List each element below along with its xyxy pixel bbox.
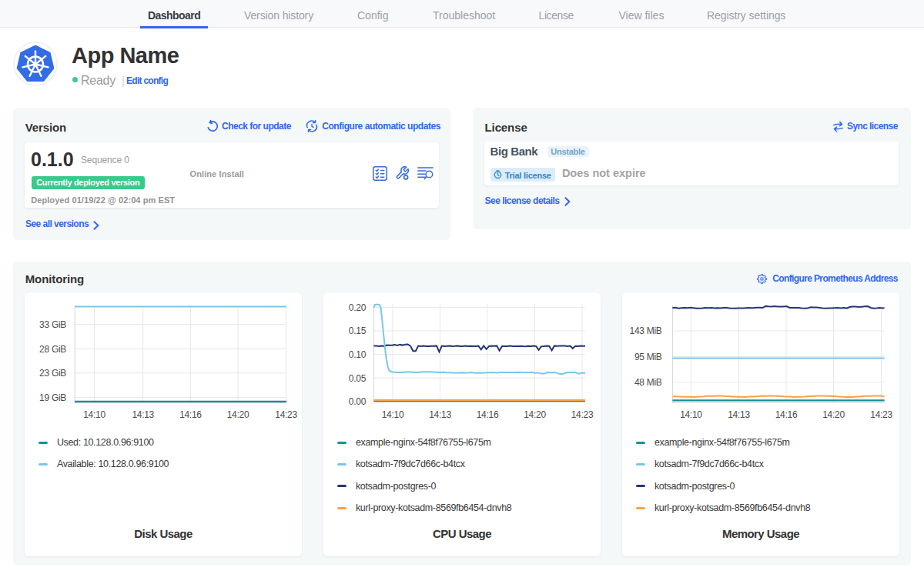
svg-text:14:10: 14:10 [680,409,702,420]
svg-text:14:20: 14:20 [524,409,546,420]
svg-text:14:20: 14:20 [822,409,845,420]
svg-text:0.05: 0.05 [349,373,367,384]
svg-text:143 MiB: 143 MiB [630,325,662,336]
svg-text:23 GiB: 23 GiB [39,368,66,379]
svg-text:19 GiB: 19 GiB [39,392,66,403]
svg-text:14:13: 14:13 [728,409,750,420]
svg-text:14:20: 14:20 [227,409,249,420]
svg-text:14:23: 14:23 [571,409,594,420]
svg-text:0.20: 0.20 [349,302,367,313]
svg-text:14:23: 14:23 [275,409,297,420]
svg-text:14:16: 14:16 [775,409,798,420]
svg-text:0.10: 0.10 [349,349,367,360]
svg-text:14:10: 14:10 [382,409,404,420]
svg-text:14:13: 14:13 [429,409,451,420]
svg-text:48 MiB: 48 MiB [634,377,662,388]
svg-text:14:16: 14:16 [477,409,499,420]
svg-text:14:16: 14:16 [179,409,202,420]
svg-text:14:13: 14:13 [132,409,154,420]
svg-text:0.00: 0.00 [349,396,367,407]
svg-text:14:10: 14:10 [83,409,105,420]
svg-text:95 MiB: 95 MiB [634,352,662,362]
svg-text:0.15: 0.15 [349,325,367,336]
svg-text:14:23: 14:23 [870,409,892,420]
svg-text:28 GiB: 28 GiB [39,344,66,355]
svg-text:33 GiB: 33 GiB [39,319,66,330]
